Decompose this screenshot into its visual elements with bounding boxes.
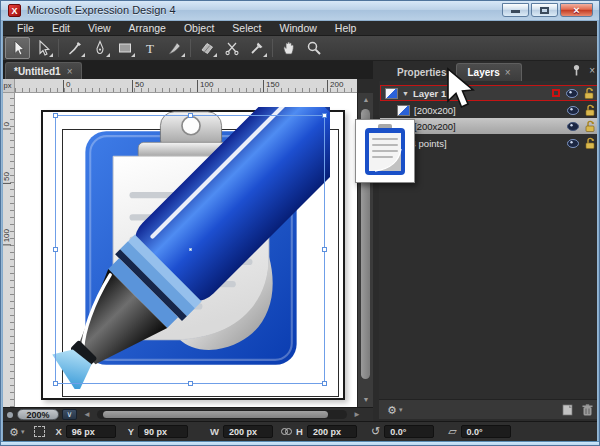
- scissors-tool-button[interactable]: [219, 37, 244, 59]
- close-button[interactable]: ×: [560, 3, 593, 17]
- eyedropper-icon: [249, 40, 265, 56]
- ruler-tick-label: 0: [63, 80, 70, 92]
- menu-arrange[interactable]: Arrange: [121, 22, 174, 34]
- canvas-navigator-icon[interactable]: [7, 412, 13, 418]
- panel-options-gear-icon[interactable]: ⚙: [387, 404, 397, 416]
- pen-icon: [92, 40, 108, 56]
- panel-close-icon[interactable]: ×: [589, 65, 595, 76]
- status-gear-icon[interactable]: ⚙: [9, 426, 19, 438]
- menu-file[interactable]: File: [9, 22, 42, 34]
- toolbar-separator: [58, 39, 59, 57]
- mini-clipboard-icon: [362, 124, 408, 178]
- pin-icon[interactable]: [572, 64, 581, 76]
- text-tool-button[interactable]: T: [137, 37, 162, 59]
- menu-select[interactable]: Select: [224, 22, 269, 34]
- magnifier-icon: [306, 40, 322, 56]
- canvas[interactable]: [15, 93, 357, 407]
- object-label: [4 points]: [404, 138, 567, 149]
- layer-thumbnail: [385, 88, 398, 99]
- height-label: H: [296, 426, 303, 437]
- document-tab[interactable]: *Untitled1 ×: [5, 62, 82, 79]
- lock-icon[interactable]: [584, 87, 594, 99]
- minimize-button[interactable]: [502, 3, 529, 17]
- x-position-field[interactable]: 96 px: [66, 425, 116, 438]
- link-dimensions-icon[interactable]: [281, 428, 292, 435]
- object-label: [200x200]: [410, 105, 567, 116]
- visibility-eye-icon[interactable]: [566, 89, 578, 98]
- selection-arrow-icon: [10, 40, 26, 56]
- scroll-down-icon[interactable]: ▼: [358, 393, 374, 407]
- status-gear-caret-icon[interactable]: ▾: [21, 428, 25, 436]
- selection-center-point[interactable]: [189, 248, 192, 251]
- visibility-eye-icon[interactable]: [567, 122, 579, 131]
- lock-icon[interactable]: [585, 137, 595, 149]
- y-position-field[interactable]: 90 px: [138, 425, 188, 438]
- titlebar[interactable]: X Microsoft Expression Design 4 ×: [1, 1, 600, 21]
- scroll-up-icon[interactable]: ▲: [358, 93, 374, 107]
- selection-handle-se[interactable]: [322, 381, 327, 386]
- layer-thumbnail-preview: [355, 119, 415, 183]
- zoom-level-field[interactable]: 200%: [17, 409, 59, 420]
- selection-tool-button[interactable]: [5, 37, 30, 59]
- new-layer-icon[interactable]: [562, 404, 574, 416]
- rotation-field[interactable]: 0.0°: [384, 425, 434, 438]
- horizontal-scroll-thumb[interactable]: [103, 411, 328, 418]
- object-label: [200x200]: [410, 121, 567, 132]
- menu-object[interactable]: Object: [176, 22, 222, 34]
- eraser-tool-button[interactable]: [194, 37, 219, 59]
- layer-row-layer1[interactable]: ▼ Layer 1: [380, 85, 600, 101]
- selection-bounding-box[interactable]: [55, 115, 325, 384]
- selection-handle-w[interactable]: [53, 247, 58, 252]
- pan-tool-button[interactable]: [276, 37, 301, 59]
- zoom-scroll-bar: 200% ∨ ◄ ►: [1, 407, 373, 421]
- toolbar-separator: [190, 39, 191, 57]
- maximize-button[interactable]: [531, 3, 558, 17]
- panel-options-caret-icon[interactable]: ▾: [399, 406, 403, 414]
- height-field[interactable]: 200 px: [307, 425, 357, 438]
- rectangle-icon: [117, 40, 133, 56]
- lock-icon[interactable]: [585, 120, 595, 132]
- ruler-unit-label: px: [1, 79, 15, 93]
- status-bar: ⚙ ▾ X 96 px Y 90 px W 200 px H 200 px ↺ …: [1, 421, 600, 441]
- ruler-tick-label: 50: [2, 172, 11, 184]
- pen-tool-button[interactable]: [87, 37, 112, 59]
- vertical-ruler: 0 50 100: [1, 93, 15, 407]
- scissors-icon: [224, 40, 240, 56]
- visibility-eye-icon[interactable]: [567, 139, 579, 148]
- direct-selection-arrow-icon: [35, 40, 51, 56]
- zoom-dropdown-button[interactable]: ∨: [62, 409, 77, 420]
- scroll-left-icon[interactable]: ◄: [83, 410, 91, 419]
- horizontal-scrollbar[interactable]: [97, 410, 347, 419]
- rectangle-tool-button[interactable]: [112, 37, 137, 59]
- menu-window[interactable]: Window: [272, 22, 325, 34]
- selection-handle-n[interactable]: [188, 113, 193, 118]
- visibility-eye-icon[interactable]: [567, 106, 579, 115]
- tab-layers-close-icon[interactable]: ×: [505, 67, 511, 78]
- knife-tool-button[interactable]: [162, 37, 187, 59]
- selection-handle-sw[interactable]: [53, 381, 58, 386]
- selection-handle-s[interactable]: [188, 381, 193, 386]
- skew-field[interactable]: 0.0°: [461, 425, 511, 438]
- eyedropper-tool-button[interactable]: [244, 37, 269, 59]
- selection-handle-e[interactable]: [322, 247, 327, 252]
- document-tab-close-icon[interactable]: ×: [67, 66, 73, 77]
- direct-selection-tool-button[interactable]: [30, 37, 55, 59]
- zoom-tool-button[interactable]: [301, 37, 326, 59]
- app-window: X Microsoft Expression Design 4 × File E…: [0, 0, 600, 446]
- menu-view[interactable]: View: [80, 22, 119, 34]
- delete-trash-icon[interactable]: [582, 404, 593, 416]
- layer-row-object1[interactable]: [200x200]: [380, 102, 600, 118]
- menu-edit[interactable]: Edit: [44, 22, 78, 34]
- selection-mode-icon[interactable]: [34, 426, 45, 437]
- scroll-right-icon[interactable]: ►: [353, 410, 361, 419]
- selection-handle-ne[interactable]: [322, 113, 327, 118]
- window-frame-left: [1, 21, 3, 441]
- layer-color-swatch[interactable]: [552, 89, 560, 97]
- width-field[interactable]: 200 px: [223, 425, 273, 438]
- mouse-cursor-icon: [445, 67, 479, 113]
- paintbrush-tool-button[interactable]: [62, 37, 87, 59]
- selection-handle-nw[interactable]: [53, 113, 58, 118]
- lock-icon[interactable]: [585, 104, 595, 116]
- menu-help[interactable]: Help: [327, 22, 365, 34]
- expand-arrow-icon[interactable]: ▼: [402, 90, 409, 97]
